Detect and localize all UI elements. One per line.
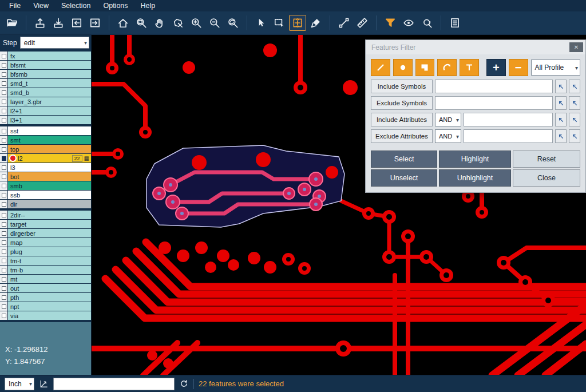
layer-name-cell[interactable]: fx xyxy=(8,52,91,60)
remove-mode-button[interactable]: − xyxy=(509,59,528,76)
layer-checkbox[interactable] xyxy=(2,231,6,236)
layer-name-cell[interactable]: smt xyxy=(8,136,91,144)
toolbar-zoom-in-button[interactable] xyxy=(188,15,205,31)
layer-checkbox[interactable] xyxy=(2,295,6,300)
layer-row-dirgerber[interactable]: dirgerber xyxy=(0,229,91,237)
layer-name-cell[interactable]: map xyxy=(8,238,91,247)
layer-checkbox[interactable] xyxy=(2,222,6,227)
layer-row-fx[interactable]: fx xyxy=(0,52,91,60)
exclude-attributes-label[interactable]: Exclude Attributes xyxy=(371,129,433,143)
layer-checkbox-cell[interactable] xyxy=(0,211,7,219)
highlight-button[interactable]: Highlight xyxy=(439,151,511,168)
layer-row-smb[interactable]: smb xyxy=(0,181,91,190)
toolbar-zoom-out-button[interactable] xyxy=(206,15,223,31)
toolbar-measure-line-button[interactable] xyxy=(335,15,353,31)
layer-checkbox[interactable] xyxy=(2,175,6,179)
pcb-canvas[interactable]: Features Filter ✕ +−All Profile▾ Include… xyxy=(92,35,586,375)
layer-checkbox-cell[interactable] xyxy=(0,191,7,199)
toolbar-window-select-button[interactable] xyxy=(271,15,288,31)
toolbar-measure-ruler-button[interactable] xyxy=(354,15,371,31)
menu-item-options[interactable]: Options xyxy=(97,1,133,11)
layer-row-smd_b[interactable]: smd_b xyxy=(0,88,91,97)
layer-row-mt[interactable]: mt xyxy=(0,275,91,283)
layer-name-cell[interactable]: out xyxy=(8,284,91,292)
layer-checkbox[interactable] xyxy=(2,314,6,318)
layer-row-npt[interactable]: npt xyxy=(0,302,91,311)
layer-checkbox-cell[interactable] xyxy=(0,61,7,69)
layer-name-cell[interactable]: bot xyxy=(8,172,91,181)
layer-row-target[interactable]: target xyxy=(0,220,91,228)
include-attributes-operator-select[interactable]: AND▾ xyxy=(435,113,461,126)
layer-checkbox-cell[interactable] xyxy=(0,229,7,237)
filter-line-button[interactable] xyxy=(371,59,390,76)
layer-row-l2[interactable]: l222▦ xyxy=(0,154,91,163)
layer-name-cell[interactable]: pth xyxy=(8,293,91,302)
layer-checkbox-cell[interactable] xyxy=(0,220,7,228)
unhighlight-button[interactable]: Unhighlight xyxy=(439,169,511,187)
layer-checkbox[interactable] xyxy=(2,54,6,58)
layer-checkbox-cell[interactable] xyxy=(0,106,7,115)
toolbar-zoom-fit-button[interactable] xyxy=(224,15,241,31)
layer-checkbox[interactable] xyxy=(2,118,6,122)
layer-checkbox-cell[interactable] xyxy=(0,238,7,247)
layer-name-cell[interactable]: tm-b xyxy=(8,266,91,274)
layer-name-cell[interactable]: ssb xyxy=(8,191,91,199)
layer-name-cell[interactable]: mt xyxy=(8,275,91,283)
toolbar-zoom-window-button[interactable] xyxy=(133,15,150,31)
layer-checkbox[interactable] xyxy=(2,165,6,170)
layer-checkbox-cell[interactable] xyxy=(0,181,7,190)
layer-row-top[interactable]: top xyxy=(0,145,91,153)
layer-checkbox-cell[interactable] xyxy=(0,145,7,153)
layer-name-cell[interactable]: layer_3.gbr xyxy=(8,97,91,106)
layer-checkbox[interactable] xyxy=(2,193,6,197)
layer-checkbox[interactable] xyxy=(2,250,6,254)
close-button[interactable]: Close xyxy=(513,169,580,187)
layer-checkbox[interactable] xyxy=(2,147,6,152)
layer-checkbox[interactable] xyxy=(2,259,6,263)
layer-row-ssb[interactable]: ssb xyxy=(0,191,91,199)
filter-surface-button[interactable] xyxy=(415,59,435,76)
layer-name-cell[interactable]: top xyxy=(8,145,91,153)
layer-checkbox[interactable] xyxy=(2,184,6,188)
layer-checkbox-cell[interactable] xyxy=(0,302,7,311)
layer-name-cell[interactable]: dirgerber xyxy=(8,229,91,237)
include-attributes-picker-button-1[interactable] xyxy=(555,113,567,126)
layer-checkbox[interactable] xyxy=(2,138,6,142)
layer-name-cell[interactable]: tm-t xyxy=(8,256,91,265)
exclude-attributes-picker-button-1[interactable] xyxy=(555,129,567,143)
unselect-button[interactable]: Unselect xyxy=(371,169,437,187)
layer-checkbox-cell[interactable] xyxy=(0,126,7,135)
layer-row-l3[interactable]: l3 xyxy=(0,163,91,172)
layer-checkbox-cell[interactable] xyxy=(0,284,7,292)
layer-checkbox-cell[interactable] xyxy=(0,172,7,181)
toolbar-export-up-button[interactable] xyxy=(31,15,49,31)
layer-checkbox[interactable] xyxy=(2,213,6,217)
toolbar-lasso-select-button[interactable] xyxy=(169,15,187,31)
layer-name-cell[interactable]: sst xyxy=(8,126,91,135)
layer-name-cell[interactable]: dir xyxy=(8,200,91,208)
layer-checkbox-cell[interactable] xyxy=(0,293,7,302)
layer-row-tm-t[interactable]: tm-t xyxy=(0,256,91,265)
layer-checkbox-cell[interactable] xyxy=(0,52,7,60)
layer-row-l2+1[interactable]: l2+1 xyxy=(0,106,91,115)
add-mode-button[interactable]: + xyxy=(486,59,506,76)
layer-checkbox[interactable] xyxy=(2,72,6,77)
layer-checkbox-cell[interactable] xyxy=(0,88,7,97)
toolbar-paint-membrane-button[interactable] xyxy=(307,15,324,31)
layer-row-out[interactable]: out xyxy=(0,284,91,292)
filter-arc-button[interactable] xyxy=(437,59,457,76)
layer-row-bfsmb[interactable]: bfsmb xyxy=(0,70,91,78)
include-attributes-label[interactable]: Include Attributes xyxy=(371,113,433,126)
units-select[interactable]: Inch ▾ xyxy=(5,378,34,390)
layer-checkbox[interactable] xyxy=(2,129,6,133)
layer-checkbox-cell[interactable] xyxy=(0,275,7,283)
layer-name-cell[interactable]: via xyxy=(8,311,91,320)
exclude-attributes-input[interactable] xyxy=(464,129,553,143)
select-button[interactable]: Select xyxy=(371,151,437,168)
close-icon[interactable]: ✕ xyxy=(569,42,583,52)
layer-name-cell[interactable]: l2+1 xyxy=(8,106,91,115)
layer-row-smd_t[interactable]: smd_t xyxy=(0,79,91,88)
layer-checkbox-cell[interactable] xyxy=(0,154,7,163)
toolbar-select-cursor-button[interactable] xyxy=(252,15,270,31)
layer-checkbox-cell[interactable] xyxy=(0,70,7,78)
